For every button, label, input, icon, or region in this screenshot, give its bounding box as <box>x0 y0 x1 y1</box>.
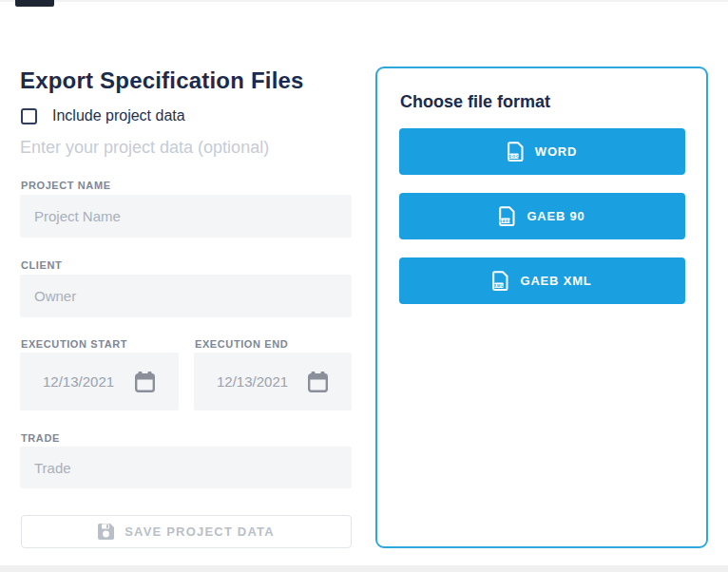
project-name-input[interactable] <box>20 195 352 238</box>
save-button-label: SAVE PROJECT DATA <box>125 524 275 539</box>
top-left-mark <box>15 0 54 7</box>
gaebxml-file-icon: XML <box>492 271 508 291</box>
include-project-data-row: Include project data <box>21 107 185 124</box>
svg-text:XML: XML <box>494 283 505 288</box>
export-gaeb90-button[interactable]: GAEB GAEB 90 <box>399 193 685 239</box>
gaeb90-button-label: GAEB 90 <box>527 209 584 223</box>
gaebxml-button-label: GAEB XML <box>520 274 591 288</box>
execution-start-label: EXECUTION START <box>21 338 127 350</box>
client-label: CLIENT <box>21 259 62 271</box>
save-project-data-button[interactable]: SAVE PROJECT DATA <box>21 515 352 548</box>
top-border-line <box>0 0 728 2</box>
save-floppy-icon <box>98 524 114 540</box>
word-button-label: WORD <box>535 144 577 159</box>
project-name-label: PROJECT NAME <box>21 180 111 191</box>
calendar-icon <box>134 371 156 392</box>
include-project-data-label: Include project data <box>52 107 185 124</box>
trade-label: TRADE <box>21 432 60 444</box>
execution-start-calendar-button[interactable] <box>134 371 156 392</box>
export-gaebxml-button[interactable]: XML GAEB XML <box>399 257 685 304</box>
file-format-panel: Choose file format DOC WORD GAEB GAEB 90 <box>375 67 708 548</box>
trade-input[interactable] <box>20 447 352 488</box>
execution-end-label: EXECUTION END <box>195 338 288 350</box>
form-subtitle: Enter your project data (optional) <box>20 138 269 158</box>
execution-end-field <box>194 353 352 410</box>
execution-start-field <box>20 353 179 410</box>
svg-text:DOC: DOC <box>508 154 520 159</box>
include-project-data-checkbox[interactable] <box>21 108 37 124</box>
svg-text:GAEB: GAEB <box>500 219 513 223</box>
file-format-heading: Choose file format <box>400 92 550 112</box>
bottom-border-strip <box>0 565 728 572</box>
client-input[interactable] <box>20 275 352 317</box>
calendar-icon <box>307 371 329 392</box>
export-word-button[interactable]: DOC WORD <box>399 128 685 175</box>
page-title: Export Specification Files <box>20 67 304 94</box>
execution-end-calendar-button[interactable] <box>307 371 329 392</box>
gaeb90-file-icon: GAEB <box>499 206 515 226</box>
word-file-icon: DOC <box>508 142 524 162</box>
